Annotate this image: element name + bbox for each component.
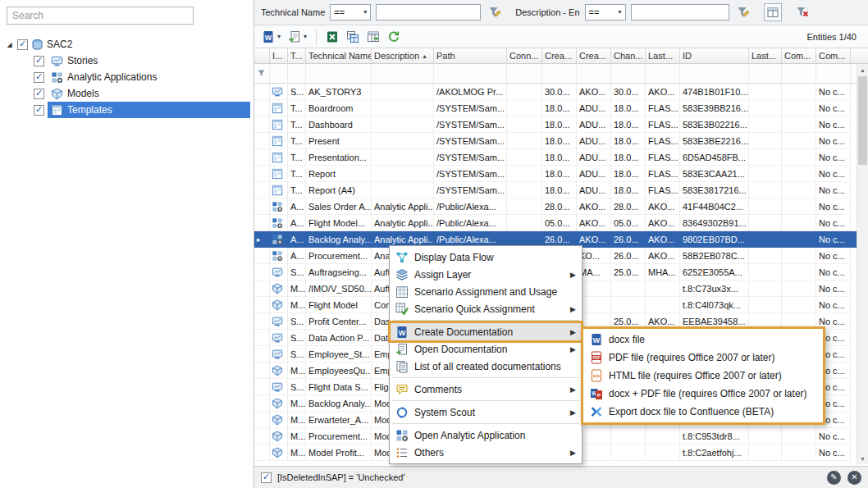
filter-panel-button[interactable]	[764, 3, 782, 21]
technical-name-operator-select[interactable]: == ▾	[330, 4, 371, 21]
edit-filter-circle-button[interactable]: ✎	[827, 471, 841, 485]
table-cell: 28.0...	[611, 198, 646, 215]
table-row[interactable]: T...Present/SYSTEM/Sam...18.0...ADU...18…	[254, 133, 868, 149]
menu-item-assign-layer[interactable]: Assign Layer ▶	[391, 266, 581, 283]
menu-item-scenario-assignment-and-usage[interactable]: Scenario Assignment and Usage	[391, 283, 581, 300]
submenu-arrow-icon: ▶	[570, 385, 576, 394]
table-row[interactable]: T...Report/SYSTEM/Sam...18.0...ADU...18.…	[254, 166, 868, 182]
filter-row-funnel-icon	[257, 69, 266, 78]
scrollbar-thumb[interactable]	[858, 76, 867, 165]
clear-filter-button[interactable]	[793, 3, 811, 21]
column-header-conn[interactable]: Conn...	[507, 48, 542, 64]
table-row[interactable]: A...Flight Model...Analytic Appli.../Pub…	[254, 215, 868, 231]
tree-item-stories[interactable]: Stories	[0, 52, 254, 69]
status-filter-checkbox[interactable]	[261, 472, 272, 483]
create-documentation-button[interactable]: W ▾	[259, 29, 283, 45]
submenu-item-export-docx-file-to-confluence-beta[interactable]: Export docx file to Confluence (BETA)	[585, 403, 821, 421]
column-filter-cell[interactable]	[782, 64, 816, 84]
column-filter-cell[interactable]	[611, 64, 646, 84]
table-row[interactable]: T...Dashboard/SYSTEM/Sam...18.0...ADU...…	[254, 116, 868, 133]
description-filter-input[interactable]	[631, 4, 729, 21]
column-header-last[interactable]: Last...	[646, 48, 680, 64]
column-filter-cell[interactable]	[646, 64, 680, 84]
table-row[interactable]: T...Report (A4)/SYSTEM/Sam...18.0...ADU.…	[254, 182, 868, 198]
column-header-path[interactable]: Path	[434, 48, 507, 64]
description-operator-select[interactable]: == ▾	[585, 4, 626, 21]
column-header-crea[interactable]: Crea...	[542, 48, 577, 64]
submenu-item-html-file-requires-office-2007-or-later[interactable]: <> HTML file (requires Office 2007 or la…	[585, 367, 821, 385]
tree-checkbox[interactable]	[34, 56, 44, 66]
file-html-icon: <>	[590, 369, 603, 382]
model-icon	[272, 447, 283, 458]
table-cell: ADU...	[577, 100, 611, 116]
column-filter-cell[interactable]	[542, 64, 577, 84]
submenu-item-docx-pdf-file-requires-office-2007-or-later[interactable]: WP docx + PDF file (requires Office 2007…	[585, 385, 821, 403]
search-input[interactable]	[7, 7, 194, 25]
open-documentation-button[interactable]: ▾	[286, 29, 309, 45]
refresh-button[interactable]	[385, 28, 403, 46]
menu-item-system-scout[interactable]: System Scout ▶	[391, 404, 581, 421]
tree-checkbox[interactable]	[34, 89, 44, 99]
menu-item-open-analytic-application[interactable]: Open Analytic Application	[391, 426, 581, 444]
menu-item-comments[interactable]: Comments ▶	[391, 381, 581, 398]
column-header-description[interactable]: Description▲	[372, 48, 434, 64]
tree-item-sac2[interactable]: ◢ SAC2	[0, 36, 254, 52]
apply-filter-button[interactable]	[734, 3, 752, 21]
export-table-button[interactable]	[364, 28, 382, 46]
column-filter-cell[interactable]	[288, 64, 306, 84]
copy-table-button[interactable]	[344, 28, 362, 46]
menu-item-list-of-all-created-documentations[interactable]: List of all created documentations	[391, 358, 581, 375]
column-filter-cell[interactable]	[816, 64, 851, 84]
table-cell: t.8:C73ux3x...	[680, 280, 749, 297]
column-header-com[interactable]: Com...	[782, 48, 816, 64]
column-filter-cell[interactable]	[434, 64, 507, 84]
expander-icon[interactable]: ◢	[5, 41, 14, 48]
vertical-scrollbar[interactable]: ▲ ▼	[857, 64, 868, 464]
menu-item-open-documentation[interactable]: Open Documentation ▶	[391, 340, 581, 358]
table-cell: 05.0...	[542, 215, 577, 231]
table-row[interactable]: A...Sales Order A...Analytic Appli.../Pu…	[254, 198, 868, 215]
menu-item-scenario-quick-assignment[interactable]: Scenario Quick Assignment ▶	[391, 300, 581, 317]
table-cell	[507, 133, 542, 149]
scroll-down-button[interactable]: ▼	[857, 453, 868, 464]
menu-item-label: Scenario Quick Assignment	[414, 303, 535, 315]
column-filter-cell[interactable]	[372, 64, 434, 84]
column-header-t[interactable]: T...	[288, 48, 306, 64]
column-filter-cell[interactable]	[680, 64, 749, 84]
menu-item-others[interactable]: Others ▶	[391, 444, 581, 461]
menu-item-display-data-flow[interactable]: Display Data Flow	[391, 249, 581, 266]
export-excel-button[interactable]	[323, 28, 341, 46]
edit-filter-button[interactable]	[486, 3, 504, 21]
column-filter-cell[interactable]	[507, 64, 542, 84]
tree-checkbox[interactable]	[34, 72, 44, 83]
submenu-item-docx-file[interactable]: W docx file	[585, 331, 821, 349]
column-header-technical-name[interactable]: Technical Name	[306, 48, 372, 64]
column-header-last[interactable]: Last...	[749, 48, 782, 64]
table-row[interactable]: T...Presentation.../SYSTEM/Sam...18.0...…	[254, 149, 868, 166]
column-filter-cell[interactable]	[749, 64, 782, 84]
column-header-com[interactable]: Com...	[816, 48, 851, 64]
table-row[interactable]: T...Boardroom/SYSTEM/Sam...18.0...ADU...…	[254, 100, 868, 116]
table-row[interactable]: S...AK_STORY3/AKOLMOG Pr...30.0...AKO...…	[254, 84, 868, 100]
table-cell	[782, 445, 816, 461]
column-header-i[interactable]: I...	[270, 48, 288, 64]
column-filter-cell[interactable]	[577, 64, 611, 84]
column-header-id[interactable]: ID	[680, 48, 749, 64]
column-filter-cell[interactable]	[270, 64, 288, 84]
technical-name-filter-input[interactable]	[376, 4, 481, 21]
tree-checkbox[interactable]	[34, 105, 44, 116]
column-header-chan[interactable]: Chan...	[611, 48, 646, 64]
menu-item-create-documentation[interactable]: W Create Documentation ▶	[391, 323, 581, 340]
clear-filter-circle-button[interactable]: ✕	[847, 471, 861, 485]
tree-item-templates[interactable]: Templates	[0, 102, 254, 118]
tree-checkbox[interactable]	[17, 39, 28, 50]
column-header-crea[interactable]: Crea...	[577, 48, 611, 64]
entity-type-cell	[270, 346, 288, 363]
scroll-up-button[interactable]: ▲	[857, 64, 868, 75]
table-cell: AKO...	[646, 248, 680, 264]
submenu-item-pdf-file-requires-office-2007-or-later[interactable]: PDF PDF file (requires Office 2007 or la…	[585, 349, 821, 367]
entities-count: Entities 1/40	[806, 32, 863, 42]
column-filter-cell[interactable]	[306, 64, 372, 84]
tree-item-models[interactable]: Models	[0, 85, 254, 102]
tree-item-analytic-applications[interactable]: Analytic Applications	[0, 69, 254, 85]
